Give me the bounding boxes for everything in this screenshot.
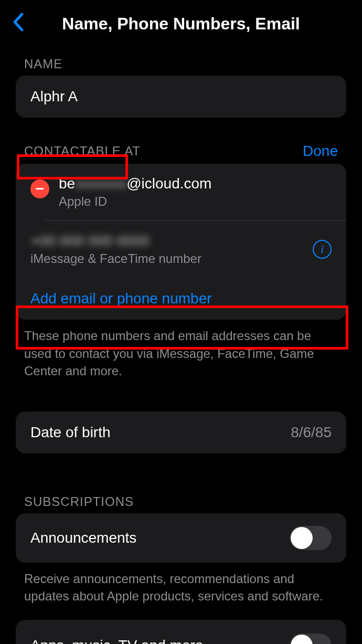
dob-row[interactable]: Date of birth 8/6/85 (16, 411, 346, 453)
contactable-footer: These phone numbers and email addresses … (16, 320, 346, 380)
contact-item-appleid[interactable]: − bexxxxxxx@icloud.com Apple ID (16, 164, 346, 220)
apps-music-toggle[interactable] (290, 634, 332, 644)
announcements-footer: Receive announcements, recommendations a… (16, 563, 346, 605)
add-contact-button[interactable]: Add email or phone number (16, 278, 346, 320)
apps-music-label: Apps, music, TV and more (30, 637, 203, 644)
dob-label: Date of birth (30, 424, 111, 441)
contact-phone: +00 000 000 0000 (30, 233, 306, 249)
contact-email: bexxxxxxx@icloud.com (59, 175, 332, 192)
apps-music-row[interactable]: Apps, music, TV and more (16, 620, 346, 644)
name-section-header: NAME (24, 57, 62, 71)
contactable-header: CONTACTABLE AT (24, 144, 141, 159)
page-title: Name, Phone Numbers, Email (0, 14, 362, 34)
name-value: Alphr A (30, 88, 78, 105)
remove-icon[interactable]: − (30, 180, 49, 198)
contact-item-phone[interactable]: +00 000 000 0000 iMessage & FaceTime num… (16, 221, 346, 278)
info-icon[interactable]: i (313, 240, 332, 259)
announcements-row[interactable]: Announcements (16, 513, 346, 563)
contact-phone-sub: iMessage & FaceTime number (30, 251, 306, 266)
announcements-label: Announcements (30, 530, 136, 546)
contact-email-sub: Apple ID (59, 194, 332, 209)
back-button[interactable] (8, 9, 27, 39)
announcements-toggle[interactable] (290, 526, 332, 550)
add-contact-label: Add email or phone number (30, 290, 212, 307)
done-button[interactable]: Done (303, 143, 338, 160)
subscriptions-header: SUBSCRIPTIONS (24, 494, 134, 509)
dob-value: 8/6/85 (291, 424, 332, 441)
name-row[interactable]: Alphr A (16, 76, 346, 118)
